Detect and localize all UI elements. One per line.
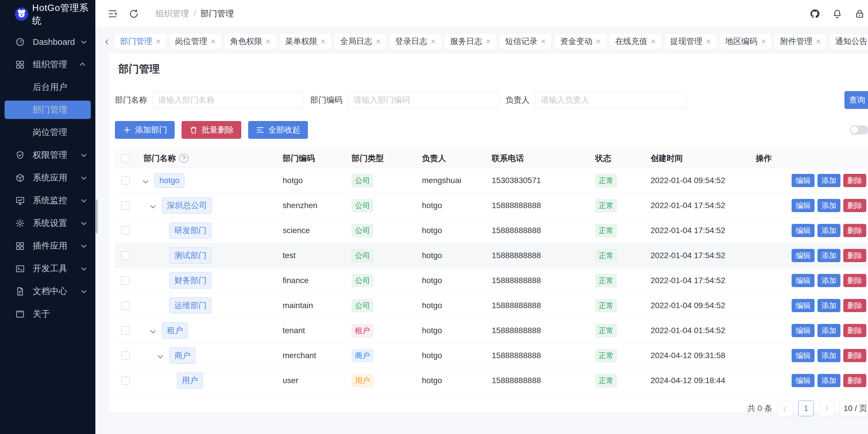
edit-button[interactable]: 编辑 <box>792 299 814 312</box>
expand-arrow-icon[interactable] <box>159 304 169 308</box>
tab[interactable]: 登录日志 <box>390 34 441 49</box>
row-checkbox[interactable] <box>121 351 130 360</box>
query-button[interactable]: 查询 <box>844 91 868 109</box>
department-name-tag[interactable]: 用户 <box>177 373 203 388</box>
department-name-tag[interactable]: 租户 <box>162 322 188 339</box>
collapse-all-button[interactable]: 全部收起 <box>248 121 308 139</box>
github-icon[interactable] <box>809 8 820 20</box>
tab-close-icon[interactable] <box>211 37 216 46</box>
edit-button[interactable]: 编辑 <box>792 274 814 287</box>
tab-close-icon[interactable] <box>541 37 546 46</box>
add-button[interactable]: 添加 <box>817 374 840 387</box>
add-button[interactable]: 添加 <box>817 324 840 337</box>
table-row[interactable]: 测试部门 test 公司 hotgo 15888888888 正常 2022-0… <box>115 243 868 268</box>
sidebar-item[interactable]: 岗位管理 <box>0 121 95 144</box>
expand-arrow-icon[interactable] <box>159 354 169 357</box>
add-button[interactable]: 添加 <box>817 299 840 312</box>
expand-arrow-icon[interactable] <box>151 204 162 207</box>
sidebar-item[interactable]: 关于 <box>0 302 95 325</box>
tab[interactable]: 岗位管理 <box>170 34 221 49</box>
edit-button[interactable]: 编辑 <box>792 349 814 362</box>
add-button[interactable]: 添加 <box>817 224 840 237</box>
department-name-tag[interactable]: 研发部门 <box>169 223 211 238</box>
prev-page-button[interactable] <box>777 401 793 416</box>
row-checkbox[interactable] <box>121 251 130 260</box>
tab-close-icon[interactable] <box>596 37 601 46</box>
table-row[interactable]: 财务部门 finance 公司 hotgo 15888888888 正常 202… <box>115 268 868 293</box>
delete-button[interactable]: 删除 <box>843 299 866 312</box>
row-checkbox[interactable] <box>121 326 130 335</box>
tab-close-icon[interactable] <box>156 37 161 46</box>
tab-close-icon[interactable] <box>321 37 326 46</box>
sidebar-item[interactable]: 文档中心 <box>0 280 95 302</box>
expand-arrow-icon[interactable] <box>159 229 169 233</box>
add-button[interactable]: 添加 <box>817 249 840 262</box>
search-input[interactable] <box>347 91 499 109</box>
sidebar-scrollbar[interactable] <box>96 200 98 233</box>
delete-button[interactable]: 删除 <box>843 274 866 287</box>
delete-button[interactable]: 删除 <box>843 374 866 387</box>
page-size-select[interactable]: 10 / 页 <box>840 401 868 416</box>
table-row[interactable]: 商户 merchant 商户 hotgo 15888888888 正常 2024… <box>115 343 868 368</box>
expand-arrow-icon[interactable] <box>159 279 169 283</box>
breadcrumb-current[interactable]: 部门管理 <box>200 8 234 20</box>
current-page-button[interactable]: 1 <box>798 401 814 416</box>
tab[interactable]: 服务日志 <box>445 34 496 49</box>
tab-close-icon[interactable] <box>486 37 491 46</box>
department-name-tag[interactable]: 商户 <box>169 347 195 364</box>
tab[interactable]: 资金变动 <box>555 34 606 49</box>
row-checkbox[interactable] <box>121 226 130 235</box>
table-row[interactable]: 研发部门 science 公司 hotgo 15888888888 正常 202… <box>115 218 868 243</box>
department-name-tag[interactable]: 测试部门 <box>169 248 211 264</box>
help-icon[interactable] <box>179 154 188 163</box>
edit-button[interactable]: 编辑 <box>792 199 814 212</box>
tab-close-icon[interactable] <box>376 37 381 46</box>
batch-delete-button[interactable]: 批量删除 <box>182 121 241 139</box>
department-name-tag[interactable]: 深圳总公司 <box>162 198 212 213</box>
edit-button[interactable]: 编辑 <box>792 249 814 262</box>
collapse-menu-icon[interactable] <box>107 8 118 20</box>
edit-button[interactable]: 编辑 <box>792 374 814 387</box>
row-checkbox[interactable] <box>121 201 130 210</box>
sidebar-item[interactable]: 组织管理 <box>0 53 95 76</box>
add-button[interactable]: 添加 <box>817 199 840 212</box>
sidebar-item[interactable]: 插件应用 <box>0 234 95 257</box>
sidebar-item[interactable]: 权限管理 <box>0 144 95 166</box>
delete-button[interactable]: 删除 <box>843 174 866 187</box>
department-name-tag[interactable]: hotgo <box>155 173 184 188</box>
tab[interactable]: 全局日志 <box>335 34 386 49</box>
sidebar-item[interactable]: 后台用户 <box>0 76 95 98</box>
tab[interactable]: 提现管理 <box>665 34 716 49</box>
breadcrumb-parent[interactable]: 组织管理 <box>156 8 189 20</box>
department-name-tag[interactable]: 财务部门 <box>169 272 211 289</box>
table-row[interactable]: hotgo hotgo 公司 mengshuai 15303830571 正常 … <box>115 168 868 193</box>
tab-close-icon[interactable] <box>651 37 656 46</box>
tab[interactable]: 在线充值 <box>610 34 661 49</box>
tab-close-icon[interactable] <box>706 37 711 46</box>
expand-arrow-icon[interactable] <box>151 329 162 332</box>
edit-button[interactable]: 编辑 <box>792 224 814 237</box>
sidebar-item[interactable]: 系统设置 <box>0 212 95 234</box>
expand-arrow-icon[interactable] <box>144 179 155 182</box>
next-page-button[interactable] <box>819 401 834 416</box>
tabs-scroll-left-icon[interactable] <box>102 34 113 49</box>
table-row[interactable]: 租户 tenant 租户 hotgo 15888888888 正常 2022-0… <box>115 318 868 343</box>
lock-icon[interactable] <box>854 8 865 20</box>
sidebar-item[interactable]: 部门管理 <box>5 100 91 119</box>
edit-button[interactable]: 编辑 <box>792 174 814 187</box>
row-checkbox[interactable] <box>121 376 130 385</box>
tab[interactable]: 地区编码 <box>720 34 771 49</box>
row-checkbox[interactable] <box>121 176 130 185</box>
delete-button[interactable]: 删除 <box>843 249 866 262</box>
tab[interactable]: 菜单权限 <box>280 34 331 49</box>
search-input[interactable] <box>152 91 304 109</box>
edit-button[interactable]: 编辑 <box>792 324 814 337</box>
add-department-button[interactable]: 添加部门 <box>115 121 175 139</box>
search-input[interactable] <box>535 91 686 109</box>
sidebar-item[interactable]: Dashboard <box>0 30 95 53</box>
tab[interactable]: 部门管理 <box>115 34 166 49</box>
tab[interactable]: 附件管理 <box>775 34 826 49</box>
tab-close-icon[interactable] <box>816 37 821 46</box>
delete-button[interactable]: 删除 <box>843 224 866 237</box>
table-row[interactable]: 运维部门 maintain 公司 hotgo 15888888888 正常 20… <box>115 293 868 318</box>
